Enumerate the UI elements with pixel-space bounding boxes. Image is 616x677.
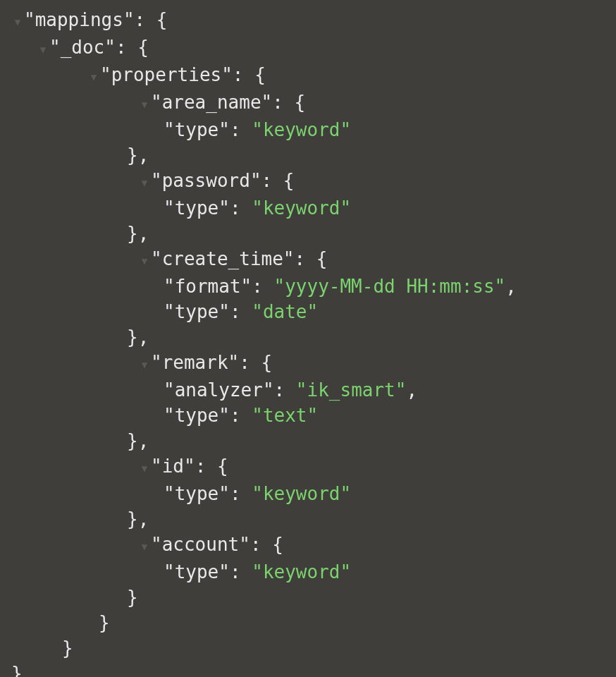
json-punctuation: : { [116, 37, 149, 58]
fold-arrow-icon[interactable]: ▼ [138, 92, 151, 117]
code-line: ▼"_doc": { [0, 35, 616, 62]
code-line: "type": "keyword" [0, 117, 616, 142]
json-string-value: "yyyy-MM-dd HH:mm:ss" [274, 276, 506, 297]
fold-arrow-icon[interactable]: ▼ [138, 248, 151, 274]
json-key: "_doc" [49, 37, 116, 58]
json-punctuation: : { [233, 64, 266, 85]
json-punctuation: : [274, 379, 296, 401]
json-punctuation: } [99, 612, 110, 633]
fold-arrow-icon[interactable]: ▼ [11, 9, 24, 35]
json-punctuation: : { [135, 9, 168, 30]
json-string-value: "date" [252, 301, 318, 322]
json-punctuation: : [230, 561, 252, 583]
json-punctuation: : { [239, 352, 272, 373]
code-line: }, [0, 324, 616, 350]
json-punctuation: } [127, 587, 138, 608]
code-line: }, [0, 661, 616, 677]
json-punctuation: }, [11, 663, 33, 677]
json-punctuation: : [230, 301, 252, 322]
fold-arrow-icon[interactable]: ▼ [138, 534, 151, 559]
code-line: }, [0, 428, 616, 453]
json-punctuation: : { [250, 534, 283, 555]
json-key: "password" [151, 170, 261, 191]
json-punctuation: } [62, 638, 73, 659]
json-key: "create_time" [151, 248, 295, 269]
json-punctuation: : [230, 197, 252, 219]
json-string-value: "ik_smart" [296, 379, 407, 401]
json-key: "type" [164, 197, 230, 219]
json-string-value: "keyword" [252, 483, 351, 504]
json-punctuation: }, [127, 327, 149, 348]
json-punctuation: , [406, 379, 417, 401]
code-line: ▼"area_name": { [0, 90, 616, 117]
code-line: } [0, 610, 616, 635]
fold-arrow-icon[interactable]: ▼ [138, 456, 151, 481]
json-key: "properties" [100, 64, 233, 85]
code-line: "type": "text" [0, 403, 616, 428]
code-line: "type": "keyword" [0, 195, 616, 221]
json-key: "type" [164, 561, 230, 583]
json-code-block: ▼"mappings": {▼"_doc": {▼"properties": {… [0, 7, 616, 677]
json-punctuation: : { [261, 170, 295, 191]
json-key: "type" [164, 119, 230, 140]
json-string-value: "keyword" [252, 561, 351, 583]
code-line: "analyzer": "ik_smart", [0, 377, 616, 403]
code-line: ▼"mappings": { [0, 7, 616, 35]
json-key: "format" [164, 276, 252, 297]
json-punctuation: : { [195, 456, 228, 477]
code-line: } [0, 585, 616, 610]
json-key: "analyzer" [164, 379, 274, 401]
json-key: "remark" [151, 352, 239, 373]
json-punctuation: : { [272, 92, 305, 113]
code-line: ▼"password": { [0, 168, 616, 195]
json-key: "type" [164, 405, 230, 426]
code-line: } [0, 635, 616, 661]
json-key: "type" [164, 483, 230, 504]
json-key: "mappings" [24, 9, 135, 30]
code-line: ▼"properties": { [0, 62, 616, 90]
json-key: "type" [164, 301, 230, 322]
code-line: }, [0, 142, 616, 168]
fold-arrow-icon[interactable]: ▼ [138, 352, 151, 377]
json-key: "area_name" [151, 92, 272, 113]
json-punctuation: }, [127, 145, 149, 166]
json-punctuation: : [230, 405, 252, 426]
code-line: "type": "keyword" [0, 481, 616, 506]
code-line: ▼"create_time": { [0, 246, 616, 274]
json-punctuation: : [230, 483, 252, 504]
json-string-value: "keyword" [252, 119, 351, 140]
json-punctuation: : [230, 119, 252, 140]
code-line: ▼"remark": { [0, 350, 616, 377]
code-line: }, [0, 506, 616, 532]
code-line: "type": "keyword" [0, 559, 616, 585]
code-line: "type": "date" [0, 299, 616, 324]
code-line: ▼"account": { [0, 532, 616, 559]
json-punctuation: : { [295, 248, 328, 269]
json-key: "id" [151, 456, 195, 477]
json-string-value: "text" [252, 405, 318, 426]
json-punctuation: , [505, 276, 517, 297]
code-line: "format": "yyyy-MM-dd HH:mm:ss", [0, 274, 616, 299]
code-line: }, [0, 221, 616, 246]
json-key: "account" [151, 534, 250, 555]
fold-arrow-icon[interactable]: ▼ [87, 64, 100, 90]
json-punctuation: }, [127, 223, 149, 244]
json-punctuation: }, [127, 430, 149, 451]
json-string-value: "keyword" [252, 197, 351, 219]
fold-arrow-icon[interactable]: ▼ [138, 170, 151, 195]
json-punctuation: : [252, 276, 273, 297]
code-line: ▼"id": { [0, 453, 616, 481]
json-punctuation: }, [127, 508, 149, 530]
fold-arrow-icon[interactable]: ▼ [37, 37, 49, 62]
